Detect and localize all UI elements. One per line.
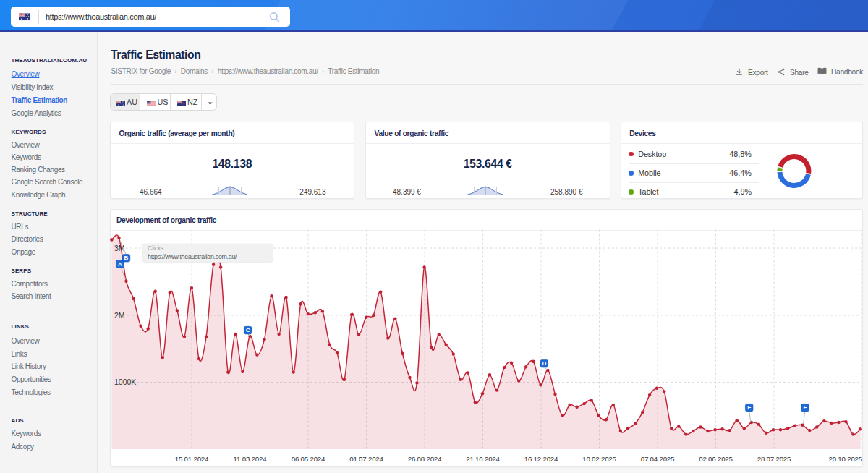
svg-text:28.07.2025: 28.07.2025 (757, 455, 791, 463)
svg-text:https://www.theaustralian.com.: https://www.theaustralian.com.au/ (148, 253, 237, 260)
svg-text:16.12.2024: 16.12.2024 (524, 455, 558, 463)
svg-text:21.10.2024: 21.10.2024 (466, 455, 500, 463)
svg-text:07.04.2025: 07.04.2025 (641, 455, 675, 463)
svg-text:2M: 2M (114, 311, 125, 320)
svg-text:D: D (542, 360, 547, 367)
svg-text:A: A (118, 261, 122, 268)
svg-text:10.02.2025: 10.02.2025 (582, 455, 616, 463)
svg-text:11.03.2024: 11.03.2024 (234, 455, 268, 463)
svg-text:C: C (246, 327, 250, 333)
svg-text:1000K: 1000K (114, 378, 136, 386)
svg-text:15.01.2024: 15.01.2024 (175, 455, 209, 463)
svg-text:06.05.2024: 06.05.2024 (292, 455, 326, 463)
svg-text:26.08.2024: 26.08.2024 (408, 455, 442, 463)
svg-text:F: F (803, 404, 807, 411)
svg-text:E: E (747, 404, 752, 411)
svg-text:B: B (124, 255, 129, 261)
svg-text:20.10.2025: 20.10.2025 (829, 455, 863, 463)
svg-text:Clicks: Clicks (148, 244, 164, 252)
svg-text:01.07.2024: 01.07.2024 (349, 455, 383, 463)
svg-text:02.06.2025: 02.06.2025 (699, 455, 733, 463)
